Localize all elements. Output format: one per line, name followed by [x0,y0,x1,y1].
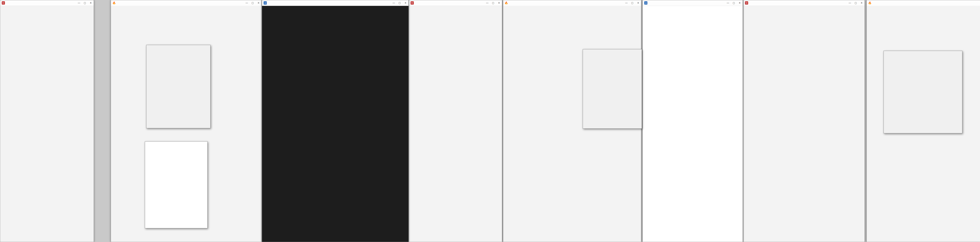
close-button[interactable]: ✕ [89,2,92,4]
maximize-button[interactable]: ▢ [854,2,857,4]
stability-test-app-icon: 🔥 [868,2,872,5]
titlebar[interactable]: HW —▢✕ [643,0,743,6]
aida64-app-icon: 64 [2,2,5,5]
hwinfo-app-icon: HW [264,2,267,5]
maximize-button[interactable]: ▢ [732,2,735,4]
minimize-button[interactable]: — [392,2,395,4]
close-button[interactable]: ✕ [637,2,640,4]
hwinfo-dark-window: HW —▢✕ [262,0,409,242]
hwinfo-light-window-1: HW —▢✕ [643,0,743,242]
titlebar[interactable]: HW —▢✕ [262,0,409,6]
maximize-button[interactable]: ▢ [631,2,634,4]
minimize-button[interactable]: — [486,2,488,4]
stability-test-app-icon: 🔥 [505,2,508,5]
cpuz-window-amd [146,45,210,128]
stability-test-app-icon: 🔥 [113,2,116,5]
stability-test-window-3: 🔥 —▢✕ [867,0,980,242]
minimize-button[interactable]: — [625,2,628,4]
aida64-window-3: 64 —▢✕ [743,0,865,242]
close-button[interactable]: ✕ [257,2,260,4]
maximize-button[interactable]: ▢ [492,2,495,4]
cpuz-window-12600kf [884,51,963,133]
clock-speeds-window [145,141,208,228]
titlebar[interactable]: 64 —▢✕ [743,0,865,6]
titlebar[interactable]: 🔥 —▢✕ [503,0,641,6]
aida64-app-icon: 64 [410,2,414,5]
titlebar[interactable]: 64 —▢✕ [409,0,502,6]
aida64-app-icon: 64 [745,2,748,5]
cpuz-window-12400f [583,49,642,129]
stability-test-window-1: 🔥 —▢✕ [111,0,262,242]
minimize-button[interactable]: — [245,2,248,4]
titlebar[interactable]: 64 —▢✕ [0,0,94,6]
minimize-button[interactable]: — [848,2,851,4]
close-button[interactable]: ✕ [498,2,500,4]
maximize-button[interactable]: ▢ [83,2,86,4]
titlebar[interactable]: 🔥 —▢✕ [111,0,261,6]
aida64-window-2: 64 —▢✕ [409,0,502,242]
stability-test-window-2: 🔥 —▢✕ [503,0,641,242]
close-button[interactable]: ✕ [738,2,741,4]
close-button[interactable]: ✕ [860,2,863,4]
close-button[interactable]: ✕ [404,2,407,4]
hwinfo-app-icon: HW [644,2,648,5]
minimize-button[interactable]: — [78,2,80,4]
titlebar[interactable]: 🔥 —▢✕ [867,0,980,6]
aida64-window-1: 64 —▢✕ [0,0,94,242]
minimize-button[interactable]: — [727,2,729,4]
maximize-button[interactable]: ▢ [398,2,401,4]
maximize-button[interactable]: ▢ [251,2,254,4]
